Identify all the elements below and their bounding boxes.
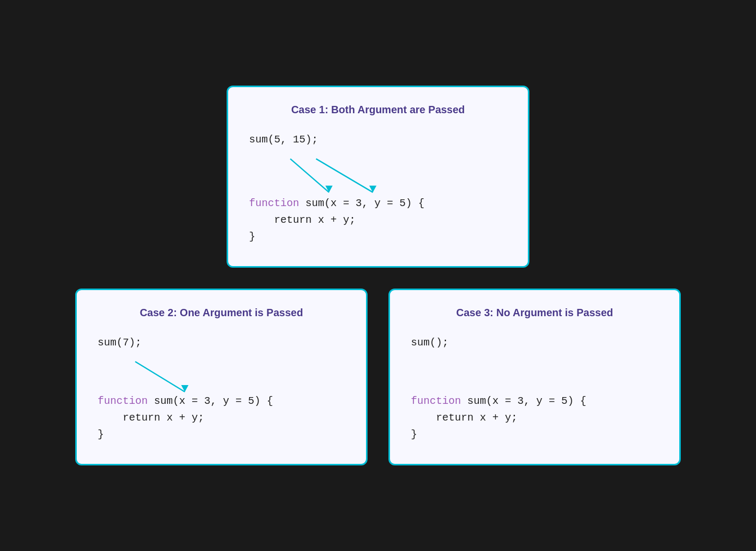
case2-call: sum(7); (98, 334, 345, 351)
case3-func-close: } (411, 426, 658, 443)
case2-card: Case 2: One Argument is Passed sum(7); f… (75, 289, 368, 465)
svg-line-4 (135, 362, 185, 392)
case2-func-sig: sum(x = 3, y = 5) { (148, 395, 273, 407)
case2-call-text: sum(7); (98, 337, 141, 349)
case3-func-body: return x + y; (411, 410, 658, 426)
main-container: Case 1: Both Argument are Passed sum(5, … (65, 86, 691, 465)
case1-title: Case 1: Both Argument are Passed (249, 104, 507, 116)
case1-func-close: } (249, 229, 507, 245)
svg-line-0 (290, 159, 329, 192)
case1-arrows (249, 159, 507, 195)
case2-code: sum(7); function sum(x = 3, y = 5) { ret… (98, 334, 345, 443)
case1-code: sum(5, 15); function sum(x = 3, y = 5) {… (249, 131, 507, 245)
case2-keyword: function (98, 395, 148, 407)
bottom-row: Case 2: One Argument is Passed sum(7); f… (65, 289, 691, 465)
case1-call-text: sum(5, 15); (249, 134, 318, 146)
case3-call-text: sum(); (411, 337, 448, 349)
case1-keyword: function (249, 197, 299, 209)
case1-func-sig: sum(x = 3, y = 5) { (299, 197, 424, 209)
case3-func-line: function sum(x = 3, y = 5) { (411, 393, 658, 410)
case1-func-line: function sum(x = 3, y = 5) { (249, 195, 507, 212)
case3-func-sig: sum(x = 3, y = 5) { (461, 395, 586, 407)
case1-card: Case 1: Both Argument are Passed sum(5, … (227, 86, 529, 268)
case2-arrow-area (98, 362, 345, 393)
case3-keyword: function (411, 395, 461, 407)
case2-title: Case 2: One Argument is Passed (98, 307, 345, 319)
case3-code: sum(); function sum(x = 3, y = 5) { retu… (411, 334, 658, 443)
case2-func-body: return x + y; (98, 410, 345, 426)
case3-card: Case 3: No Argument is Passed sum(); fun… (388, 289, 681, 465)
case2-arrows (98, 362, 345, 393)
case2-func-close: } (98, 426, 345, 443)
svg-marker-1 (325, 186, 333, 193)
case3-spacer (411, 362, 658, 393)
case3-call: sum(); (411, 334, 658, 351)
case1-arrow-area (249, 159, 507, 195)
case2-func-line: function sum(x = 3, y = 5) { (98, 393, 345, 410)
case3-title: Case 3: No Argument is Passed (411, 307, 658, 319)
case1-func-body: return x + y; (249, 212, 507, 229)
svg-line-2 (316, 159, 373, 192)
case1-call: sum(5, 15); (249, 131, 507, 148)
